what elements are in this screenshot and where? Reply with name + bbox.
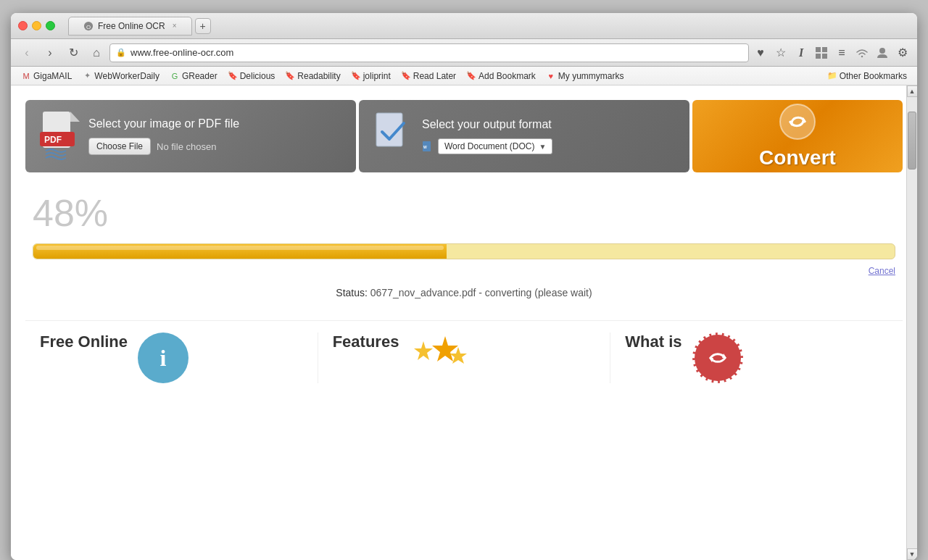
bookmark-greader[interactable]: G GReader (165, 70, 222, 83)
url-input[interactable] (130, 47, 742, 58)
toolbar: ‹ › ↻ ⌂ 🔒 ♥ ☆ I ≡ (11, 39, 917, 67)
settings-icon[interactable]: ⚙ (894, 44, 911, 62)
gigamail-icon: M (21, 71, 31, 81)
star-icon[interactable]: ☆ (772, 44, 790, 62)
convert-icon (779, 103, 816, 141)
svg-marker-8 (70, 112, 80, 122)
bookmark-readability-label: Readability (297, 71, 340, 81)
progress-bar-fill (33, 244, 447, 259)
svg-rect-2 (816, 47, 821, 52)
bottom-panel-3: What is (610, 333, 903, 383)
convert-small-icon (703, 343, 732, 372)
add-bookmark-icon: 🔖 (466, 71, 476, 81)
panel1-content: Select your image or PDF file Choose Fil… (88, 117, 341, 155)
choose-file-button[interactable]: Choose File (88, 138, 151, 155)
grid-icon[interactable] (813, 44, 830, 62)
forward-button[interactable]: › (40, 43, 60, 63)
readability-icon: 🔖 (285, 71, 295, 81)
free-online-title: Free Online (40, 333, 128, 351)
bookmark-greader-label: GReader (182, 71, 218, 81)
bookmark-other-label: Other Bookmarks (840, 71, 907, 81)
bookmark-readability[interactable]: 🔖 Readability (281, 70, 344, 83)
greader-icon: G (170, 71, 180, 81)
scrollbar[interactable]: ▲ ▼ (906, 85, 917, 560)
svg-text:PDF: PDF (44, 135, 62, 145)
svg-marker-16 (414, 341, 433, 360)
bookmark-yummymarks[interactable]: ♥ My yummymarks (542, 70, 629, 83)
scroll-thumb[interactable] (908, 112, 916, 170)
tab-close-icon[interactable]: × (173, 22, 177, 30)
person-icon[interactable] (874, 44, 891, 62)
read-later-icon: 🔖 (401, 71, 411, 81)
bookmark-other[interactable]: 📁 Other Bookmarks (823, 70, 911, 83)
refresh-icon: ↻ (69, 46, 78, 59)
format-dropdown[interactable]: Word Document (DOC) ▼ (438, 138, 552, 154)
page-content: PDF Select your image or PDF file Choose… (11, 85, 917, 560)
cursor-tool-icon[interactable]: I (792, 44, 810, 62)
maximize-button[interactable] (46, 21, 55, 30)
home-button[interactable]: ⌂ (86, 43, 107, 63)
convert-button[interactable]: Convert (692, 100, 903, 172)
format-selected: Word Document (DOC) (444, 141, 534, 151)
progress-bar-container (33, 243, 895, 259)
wifi-icon[interactable] (853, 44, 871, 62)
new-tab-button[interactable]: + (195, 18, 211, 34)
what-is-title: What is (625, 333, 682, 351)
bottom-panel-2-text: Features (333, 333, 399, 351)
bottom-panel-1-text: Free Online (40, 333, 128, 351)
bookmark-add-label: Add Bookmark (478, 71, 536, 81)
select-format-panel: Select your output format W Word Documen… (359, 100, 689, 172)
bottom-panel-2: Features (318, 333, 611, 383)
scroll-track (907, 97, 917, 548)
progress-area: 48% Cancel Status: 0677_nov_advance.pdf … (25, 194, 903, 298)
svg-point-6 (879, 48, 885, 54)
convert-small-icon-circle (692, 333, 743, 383)
close-button[interactable] (18, 21, 28, 30)
back-icon: ‹ (25, 46, 28, 59)
status-filename: 0677_nov_advance.pdf (370, 287, 476, 298)
bookmark-gigamail[interactable]: M GigaMAIL (17, 70, 76, 83)
svg-rect-5 (822, 54, 827, 59)
bottom-panel-3-text: What is (625, 333, 682, 351)
svg-text:W: W (423, 145, 427, 149)
select-file-panel: PDF Select your image or PDF file Choose… (25, 100, 356, 172)
bookmark-joliprint[interactable]: 🔖 joliprint (347, 70, 395, 83)
titlebar: O Free Online OCR × + (11, 13, 917, 39)
refresh-button[interactable]: ↻ (63, 43, 83, 63)
bookmark-joliprint-label: joliprint (363, 71, 391, 81)
cancel-link[interactable]: Cancel (869, 266, 895, 276)
bookmark-add[interactable]: 🔖 Add Bookmark (462, 70, 540, 83)
bookmark-delicious-label: Delicious (240, 71, 276, 81)
convert-button-label: Convert (759, 146, 836, 170)
stars-icon (409, 333, 467, 376)
forward-icon: › (48, 46, 51, 59)
bookmark-read-later[interactable]: 🔖 Read Later (397, 70, 460, 83)
address-bar[interactable]: 🔒 (109, 43, 749, 62)
status-text: Status: 0677_nov_advance.pdf - convertin… (33, 287, 895, 298)
active-tab[interactable]: O Free Online OCR × (68, 17, 192, 35)
scroll-up-button[interactable]: ▲ (907, 85, 918, 97)
info-icon-circle: i (138, 333, 188, 383)
svg-rect-3 (822, 47, 827, 52)
minimize-button[interactable] (32, 21, 41, 30)
bookmark-read-later-label: Read Later (413, 71, 456, 81)
delicious-icon: 🔖 (228, 71, 238, 81)
panel2-title: Select your output format (422, 118, 675, 131)
bookmark-delicious[interactable]: 🔖 Delicious (223, 70, 280, 83)
panel1-title: Select your image or PDF file (88, 117, 341, 130)
dropdown-arrow-icon: ▼ (539, 143, 546, 151)
converter-area: PDF Select your image or PDF file Choose… (25, 100, 903, 172)
tab-favicon-icon: O (83, 21, 94, 31)
heart-icon[interactable]: ♥ (752, 44, 769, 62)
tab-bar: O Free Online OCR × + (68, 17, 910, 35)
back-button[interactable]: ‹ (17, 43, 37, 63)
joliprint-icon: 🔖 (351, 71, 361, 81)
menu-icon[interactable]: ≡ (833, 44, 850, 62)
bookmark-webworkerdaily[interactable]: ✦ WebWorkerDaily (78, 70, 164, 83)
format-select-row: W Word Document (DOC) ▼ (422, 138, 675, 154)
pdf-icon: PDF (40, 112, 80, 161)
bookmark-gigamail-label: GigaMAIL (33, 71, 72, 81)
features-title: Features (333, 333, 399, 351)
scroll-down-button[interactable]: ▼ (907, 548, 918, 560)
tab-label: Free Online OCR (98, 21, 165, 31)
